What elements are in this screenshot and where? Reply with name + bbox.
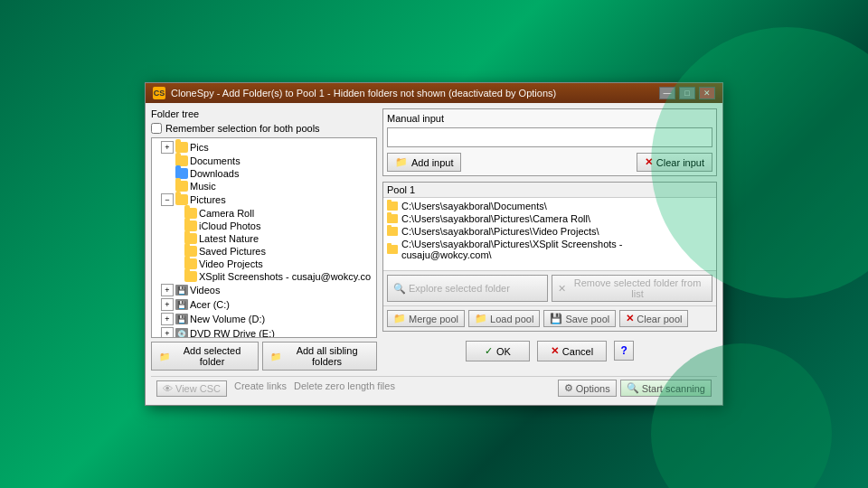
delete-zero-label: Delete zero length files bbox=[294, 380, 395, 397]
drive-icon-videos: 💾 bbox=[175, 285, 188, 296]
expand-dvd-rw[interactable]: + bbox=[161, 327, 174, 337]
pool-item-path-2: C:\Users\sayakboral\Pictures\Video Proje… bbox=[401, 226, 599, 237]
pool-folder-icon-0 bbox=[387, 202, 398, 211]
tree-item-acer[interactable]: + 💾 Acer (C:) bbox=[154, 297, 374, 312]
app-icon: CS bbox=[153, 87, 165, 99]
view-csc-label: View CSC bbox=[175, 383, 221, 394]
clear-pool-button[interactable]: ✕ Clear pool bbox=[619, 310, 688, 327]
drive-icon-acer: 💾 bbox=[175, 299, 188, 310]
add-sibling-folders-button[interactable]: 📁 Add all sibling folders bbox=[262, 342, 377, 371]
options-icon: ⚙ bbox=[564, 382, 573, 394]
pool-item-path-0: C:\Users\sayakboral\Documents\ bbox=[401, 201, 547, 211]
tree-label-pics: Pics bbox=[190, 142, 209, 153]
pool-item-video-projects[interactable]: C:\Users\sayakboral\Pictures\Video Proje… bbox=[387, 225, 712, 238]
expand-pics[interactable]: + bbox=[161, 141, 174, 154]
minimize-button[interactable]: — bbox=[659, 87, 675, 99]
right-panel: Manual input 📁 Add input ✕ Clear input bbox=[382, 108, 717, 371]
add-selected-label: Add selected folder bbox=[175, 345, 250, 367]
pool-actions-row: 📁 Merge pool 📁 Load pool 💾 Save pool bbox=[383, 305, 716, 331]
expand-videos[interactable]: + bbox=[161, 284, 174, 296]
expand-pictures[interactable]: − bbox=[161, 193, 174, 206]
add-input-button[interactable]: 📁 Add input bbox=[387, 153, 461, 172]
clear-input-button[interactable]: ✕ Clear input bbox=[637, 153, 712, 172]
pool-label: Pool 1 bbox=[383, 183, 716, 198]
title-bar: CS CloneSpy - Add Folder(s) to Pool 1 - … bbox=[146, 83, 722, 103]
options-button[interactable]: ⚙ Options bbox=[558, 380, 617, 397]
start-scanning-button[interactable]: 🔍 Start scanning bbox=[620, 380, 712, 397]
cancel-icon: ✕ bbox=[551, 345, 559, 357]
tree-label-icloud: iCloud Photos bbox=[199, 221, 261, 231]
tree-container: + Pics Documents bbox=[151, 137, 377, 338]
merge-label: Merge pool bbox=[409, 314, 458, 324]
expand-new-volume[interactable]: + bbox=[161, 313, 174, 325]
pool-section: Pool 1 C:\Users\sayakboral\Documents\ C:… bbox=[382, 182, 717, 332]
add-sibling-icon: 📁 bbox=[270, 350, 282, 362]
pool-item-xsplit[interactable]: C:\Users\sayakboral\Pictures\XSplit Scre… bbox=[387, 238, 712, 261]
remember-checkbox[interactable] bbox=[151, 123, 162, 134]
scan-icon: 🔍 bbox=[627, 382, 639, 394]
add-selected-folder-button[interactable]: 📁 Add selected folder bbox=[151, 342, 259, 371]
tree-item-music[interactable]: Music bbox=[154, 180, 374, 192]
tree-scroll[interactable]: + Pics Documents bbox=[152, 138, 376, 337]
ok-button[interactable]: ✓ OK bbox=[466, 341, 530, 361]
add-input-label: Add input bbox=[411, 157, 453, 168]
folder-icon-pictures bbox=[175, 194, 188, 205]
main-content: Folder tree Remember selection for both … bbox=[151, 108, 717, 371]
ok-label: OK bbox=[496, 346, 511, 357]
tree-item-downloads[interactable]: Downloads bbox=[154, 167, 374, 180]
remove-folder-button[interactable]: ✕ Remove selected folder from list bbox=[552, 275, 712, 302]
tree-bottom-buttons: 📁 Add selected folder 📁 Add all sibling … bbox=[151, 342, 377, 371]
save-label: Save pool bbox=[565, 314, 609, 324]
remember-checkbox-row: Remember selection for both pools bbox=[151, 123, 377, 134]
manual-input-field[interactable] bbox=[387, 127, 712, 147]
pool-item-path-3: C:\Users\sayakboral\Pictures\XSplit Scre… bbox=[401, 239, 712, 260]
window-body: Folder tree Remember selection for both … bbox=[146, 103, 722, 405]
load-pool-button[interactable]: 📁 Load pool bbox=[468, 310, 540, 327]
options-label: Options bbox=[576, 383, 610, 394]
pool-item-path-1: C:\Users\sayakboral\Pictures\Camera Roll… bbox=[401, 213, 590, 224]
dialog-buttons-row: ✓ OK ✕ Cancel ? bbox=[382, 337, 717, 365]
pool-item-camera-roll[interactable]: C:\Users\sayakboral\Pictures\Camera Roll… bbox=[387, 212, 712, 225]
load-icon: 📁 bbox=[475, 313, 487, 324]
tree-item-new-volume[interactable]: + 💾 New Volume (D:) bbox=[154, 312, 374, 326]
drive-icon-new-volume: 💾 bbox=[175, 314, 188, 324]
load-label: Load pool bbox=[490, 314, 533, 324]
cancel-label: Cancel bbox=[562, 346, 593, 357]
explore-folder-button[interactable]: 🔍 Explore selected folder bbox=[387, 275, 548, 302]
tree-label-acer: Acer (C:) bbox=[190, 299, 230, 310]
clear-pool-label: Clear pool bbox=[637, 314, 682, 324]
tree-label-saved-pictures: Saved Pictures bbox=[199, 246, 266, 257]
clear-pool-icon: ✕ bbox=[626, 313, 634, 324]
remember-label: Remember selection for both pools bbox=[165, 123, 320, 134]
merge-pool-button[interactable]: 📁 Merge pool bbox=[387, 310, 465, 327]
tree-item-pics[interactable]: + Pics bbox=[154, 140, 374, 155]
explore-icon: 🔍 bbox=[393, 283, 406, 295]
tree-item-xsplit[interactable]: XSplit Screenshots - cusaju@wokcy.co bbox=[154, 270, 374, 283]
status-bar: 👁 View CSC Create links Delete zero leng… bbox=[151, 376, 717, 399]
maximize-button[interactable]: □ bbox=[679, 87, 695, 99]
pool-list[interactable]: C:\Users\sayakboral\Documents\ C:\Users\… bbox=[383, 198, 716, 270]
pool-item-documents[interactable]: C:\Users\sayakboral\Documents\ bbox=[387, 200, 712, 212]
manual-input-label: Manual input bbox=[387, 113, 712, 124]
save-pool-button[interactable]: 💾 Save pool bbox=[543, 310, 616, 327]
tree-label-camera-roll: Camera Roll bbox=[199, 208, 254, 219]
window-title: CloneSpy - Add Folder(s) to Pool 1 - Hid… bbox=[171, 88, 556, 99]
ok-icon: ✓ bbox=[485, 345, 493, 357]
help-button[interactable]: ? bbox=[614, 341, 634, 361]
tree-item-videos[interactable]: + 💾 Videos bbox=[154, 283, 374, 297]
cancel-button[interactable]: ✕ Cancel bbox=[537, 341, 607, 361]
merge-icon: 📁 bbox=[393, 313, 406, 324]
start-scanning-label: Start scanning bbox=[642, 383, 705, 394]
expand-acer[interactable]: + bbox=[161, 298, 174, 311]
tree-label-video-projects: Video Projects bbox=[199, 258, 263, 269]
close-button[interactable]: ✕ bbox=[699, 87, 715, 99]
tree-item-dvd-rw[interactable]: + 💿 DVD RW Drive (E:) bbox=[154, 326, 374, 337]
help-label: ? bbox=[620, 344, 627, 357]
view-csc-button[interactable]: 👁 View CSC bbox=[156, 380, 227, 397]
explore-label: Explore selected folder bbox=[409, 283, 510, 294]
tree-label-music: Music bbox=[190, 181, 216, 192]
tree-label-videos: Videos bbox=[190, 285, 220, 296]
add-sibling-label: Add all sibling folders bbox=[285, 345, 369, 367]
tree-item-documents[interactable]: Documents bbox=[154, 155, 374, 167]
title-bar-controls: — □ ✕ bbox=[659, 87, 715, 99]
